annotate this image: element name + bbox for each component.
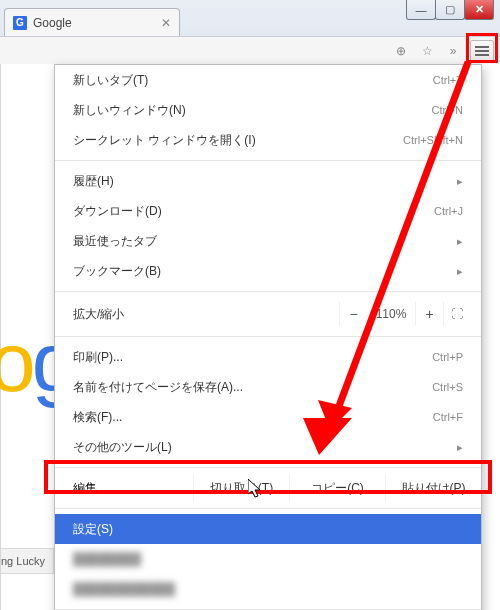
submenu-arrow-icon: ▸: [457, 235, 463, 248]
tab-title: Google: [33, 16, 72, 30]
hamburger-bar-icon: [475, 46, 489, 48]
edit-copy[interactable]: コピー(C): [289, 473, 385, 503]
edit-cut[interactable]: 切り取り(T): [193, 473, 289, 503]
main-menu: 新しいタブ(T)Ctrl+T 新しいウィンドウ(N)Ctrl+N シークレット …: [54, 64, 482, 610]
overflow-chevron-icon[interactable]: »: [444, 42, 462, 60]
lucky-button-fragment[interactable]: ng Lucky: [1, 548, 54, 574]
edit-paste[interactable]: 貼り付け(P): [385, 473, 481, 503]
menu-item-hidden[interactable]: ████████: [55, 544, 481, 574]
window-controls: — ▢ ✕: [407, 0, 494, 20]
menu-separator: [55, 508, 481, 509]
menu-item-more-tools[interactable]: その他のツール(L)▸: [55, 432, 481, 462]
browser-tab[interactable]: G Google ✕: [4, 8, 180, 36]
menu-separator: [55, 467, 481, 468]
bookmark-star-icon[interactable]: ☆: [418, 42, 436, 60]
menu-item-bookmarks[interactable]: ブックマーク(B)▸: [55, 256, 481, 286]
tab-close-icon[interactable]: ✕: [161, 16, 171, 30]
menu-zoom-row: 拡大/縮小 − 110% + ⛶: [55, 297, 481, 331]
zoom-label: 拡大/縮小: [73, 306, 339, 323]
menu-separator: [55, 291, 481, 292]
zoom-out-button[interactable]: −: [339, 302, 367, 326]
tab-favicon: G: [13, 16, 27, 30]
menu-item-downloads[interactable]: ダウンロード(D)Ctrl+J: [55, 196, 481, 226]
menu-item-recent-tabs[interactable]: 最近使ったタブ▸: [55, 226, 481, 256]
zoom-indicator-icon[interactable]: ⊕: [392, 42, 410, 60]
menu-item-hidden[interactable]: ████████████: [55, 574, 481, 604]
fullscreen-icon[interactable]: ⛶: [443, 302, 469, 326]
close-button[interactable]: ✕: [464, 0, 494, 20]
menu-item-new-tab[interactable]: 新しいタブ(T)Ctrl+T: [55, 65, 481, 95]
zoom-in-button[interactable]: +: [415, 302, 443, 326]
menu-item-settings[interactable]: 設定(S): [55, 514, 481, 544]
menu-separator: [55, 336, 481, 337]
menu-edit-row: 編集 切り取り(T) コピー(C) 貼り付け(P): [55, 473, 481, 503]
menu-item-print[interactable]: 印刷(P)...Ctrl+P: [55, 342, 481, 372]
menu-item-save-as[interactable]: 名前を付けてページを保存(A)...Ctrl+S: [55, 372, 481, 402]
minimize-button[interactable]: —: [406, 0, 436, 20]
menu-separator: [55, 160, 481, 161]
menu-item-incognito[interactable]: シークレット ウィンドウを開く(I)Ctrl+Shift+N: [55, 125, 481, 155]
hamburger-bar-icon: [475, 54, 489, 56]
menu-item-find[interactable]: 検索(F)...Ctrl+F: [55, 402, 481, 432]
submenu-arrow-icon: ▸: [457, 175, 463, 188]
toolbar: ⊕ ☆ »: [0, 36, 500, 64]
menu-item-history[interactable]: 履歴(H)▸: [55, 166, 481, 196]
submenu-arrow-icon: ▸: [457, 441, 463, 454]
menu-item-new-window[interactable]: 新しいウィンドウ(N)Ctrl+N: [55, 95, 481, 125]
submenu-arrow-icon: ▸: [457, 265, 463, 278]
main-menu-button[interactable]: [470, 40, 494, 62]
edit-label: 編集: [73, 473, 193, 503]
zoom-value: 110%: [367, 307, 415, 321]
maximize-button[interactable]: ▢: [435, 0, 465, 20]
hamburger-bar-icon: [475, 50, 489, 52]
